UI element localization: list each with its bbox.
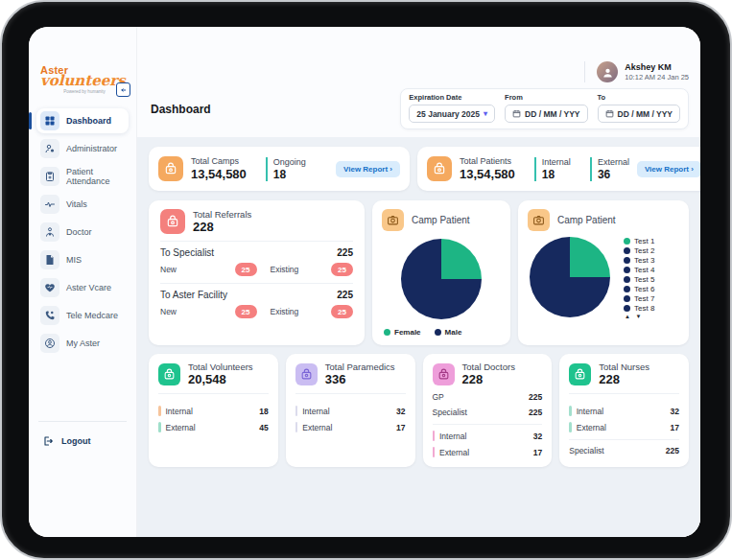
stat-row: Internal32 — [433, 431, 543, 441]
user-name: Akshey KM — [625, 62, 689, 72]
stat-row: Specialist225 — [433, 408, 543, 417]
legend-item: Test 4 — [624, 266, 654, 274]
chevron-down-icon: ▾ — [484, 109, 487, 118]
stat-label: Internal — [542, 157, 571, 167]
legend-item: Test 6 — [624, 285, 654, 293]
stat-row: Internal32 — [295, 406, 406, 416]
sidebar-item-label: Administrator — [66, 144, 117, 153]
card-title: Total Nurses — [599, 362, 649, 372]
card-title: Camp Patient — [557, 215, 616, 225]
divider — [433, 424, 543, 425]
sidebar-item-mis[interactable]: MIS — [36, 247, 129, 272]
total-paramedics-card: Total Paramedics 336 Internal32 External… — [286, 354, 415, 467]
existing-label: Existing — [257, 265, 332, 274]
logout-icon — [42, 435, 54, 447]
divider — [295, 393, 406, 394]
stat-value: 18 — [542, 168, 571, 181]
vitals-pulse-icon — [40, 195, 59, 214]
legend-dot — [624, 247, 630, 254]
legend-scroll-arrows[interactable]: ▲ ▼ — [624, 314, 654, 319]
stat-bar — [295, 422, 298, 432]
new-label: New — [160, 307, 235, 316]
topbar: Akshey KM 10:12 AM 24 Jan 25 — [137, 27, 700, 86]
brand-logo: Aster volunteers Powered by humanity — [36, 65, 129, 95]
legend-item: Test 7 — [624, 294, 654, 303]
view-report-button[interactable]: View Report › — [336, 161, 400, 177]
stat-row: External45 — [158, 422, 269, 432]
date-filters-panel: Expiration Date 25 January 2025 ▾ From D… — [400, 88, 689, 129]
sidebar-item-label: Aster Vcare — [66, 283, 111, 292]
legend-item: Test 1 — [624, 237, 654, 245]
legend-item: Test 3 — [624, 256, 654, 265]
sidebar-item-patient-attendance[interactable]: Patient Attendance — [36, 164, 129, 189]
new-label: New — [160, 265, 235, 274]
logout-button[interactable]: Logout — [36, 435, 129, 447]
expiration-date-label: Expiration Date — [409, 93, 495, 102]
mis-document-icon — [40, 250, 59, 269]
total-volunteers-card: Total Volunteers 20,548 Internal18 Exter… — [149, 354, 278, 467]
camera-icon — [382, 209, 404, 231]
pie-legend: Female Male — [382, 328, 501, 337]
legend-item: Test 8 — [624, 304, 654, 313]
sidebar-item-dashboard[interactable]: Dashboard — [36, 108, 129, 133]
section-total: 225 — [337, 290, 353, 300]
sidebar-item-label: Dashboard — [66, 116, 111, 126]
administrator-icon — [40, 139, 59, 158]
legend-dot — [435, 329, 441, 336]
total-patients-card: Total Patients 13,54,580 Internal 18 Ext… — [417, 147, 700, 191]
telephone-icon — [40, 306, 59, 325]
referrals-bag-icon — [160, 209, 185, 234]
from-date-input[interactable]: DD / MM / YYY — [505, 105, 587, 123]
stat-row: External17 — [295, 422, 406, 432]
doctor-icon — [40, 222, 59, 242]
sidebar-item-my-aster[interactable]: My Aster — [36, 331, 129, 356]
legend-item: Test 2 — [624, 246, 654, 255]
to-date-input[interactable]: DD / MM / YYY — [598, 105, 680, 123]
card-value: 228 — [193, 220, 251, 234]
divider — [160, 283, 353, 284]
card-title: Total Patients — [460, 156, 515, 166]
card-value: 13,54,580 — [460, 167, 515, 181]
user-menu[interactable]: Akshey KM 10:12 AM 24 Jan 25 — [584, 61, 689, 82]
tablet-frame: Aster volunteers Powered by humanity Das… — [0, 0, 732, 560]
collapse-sidebar-icon[interactable] — [116, 82, 130, 97]
sidebar-item-tele-medcare[interactable]: Tele Medcare — [36, 303, 129, 328]
expiration-date-select[interactable]: 25 January 2025 ▾ — [409, 105, 495, 123]
sidebar-item-doctor[interactable]: Doctor — [36, 220, 129, 245]
sidebar-item-aster-vcare[interactable]: Aster Vcare — [36, 275, 129, 300]
stat-row: Internal32 — [569, 406, 679, 416]
sidebar-item-vitals[interactable]: Vitals — [36, 192, 129, 217]
doctors-bag-icon — [433, 363, 455, 385]
card-title: Camp Patient — [412, 215, 470, 225]
legend-dot — [624, 305, 630, 312]
expiration-date-value: 25 January 2025 — [416, 109, 480, 119]
camera-icon — [528, 209, 550, 231]
card-value: 228 — [462, 372, 515, 386]
external-stat: External 36 — [590, 157, 629, 181]
sidebar-item-administrator[interactable]: Administrator — [36, 136, 129, 161]
stat-bar — [569, 406, 572, 416]
sidebar-footer: Logout — [36, 421, 129, 518]
stat-row: Specialist225 — [569, 446, 679, 455]
legend-dot — [624, 295, 630, 302]
logout-label: Logout — [61, 436, 91, 446]
app-screen: Aster volunteers Powered by humanity Das… — [29, 27, 700, 537]
legend-item-female: Female — [384, 328, 421, 337]
section-name: To Aster Facility — [160, 290, 227, 300]
view-report-button[interactable]: View Report › — [637, 161, 700, 177]
internal-stat: Internal 18 — [534, 157, 571, 181]
card-value: 20,548 — [188, 372, 253, 386]
stat-label: External — [598, 157, 629, 167]
to-date-label: To — [598, 93, 680, 102]
card-title: Total Volunteers — [188, 362, 253, 372]
main-area: Akshey KM 10:12 AM 24 Jan 25 Dashboard E… — [137, 27, 700, 537]
sidebar-item-label: My Aster — [66, 338, 100, 348]
stat-bar — [569, 422, 572, 432]
calendar-icon — [512, 109, 521, 118]
total-nurses-card: Total Nurses 228 Internal32 External17 S… — [559, 354, 689, 467]
patients-bag-icon — [427, 156, 452, 181]
sidebar-divider — [38, 421, 127, 422]
card-title: Total Camps — [191, 156, 247, 166]
legend-item-male: Male — [435, 328, 462, 337]
gender-pie-chart — [401, 239, 482, 319]
